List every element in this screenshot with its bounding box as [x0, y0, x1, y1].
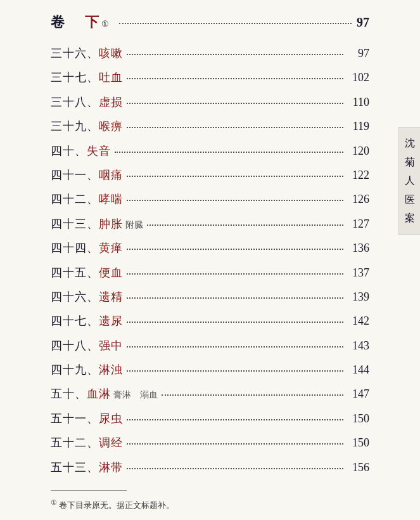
toc-title: 三十六、咳嗽: [51, 43, 123, 63]
page-container: 卷 下 ① 97 三十六、咳嗽97三十七、吐血102三十八、虚损110三十九、喉…: [0, 0, 420, 520]
header-row: 卷 下 ① 97: [51, 13, 369, 32]
toc-dots: [127, 54, 343, 55]
toc-dots: [127, 419, 343, 420]
toc-dots: [127, 78, 343, 79]
toc-dots: [127, 297, 343, 299]
toc-chapter-name: 尿虫: [99, 412, 123, 425]
toc-title: 四十二、哮喘: [51, 189, 123, 209]
toc-chapter-name: 喉痹: [99, 120, 123, 133]
toc-item: 四十二、哮喘126: [51, 189, 369, 209]
toc-item: 三十七、吐血102: [51, 67, 369, 88]
toc-num: 四十五: [51, 266, 87, 279]
toc-item: 四十三、肿胀 附臓127: [51, 214, 369, 234]
toc-chapter-name: 肿胀: [99, 218, 123, 230]
toc-num: 五十一: [51, 412, 87, 425]
toc-title: 四十九、淋浊: [51, 360, 123, 380]
toc-chapter-name: 咳嗽: [99, 47, 123, 60]
toc-num: 五十三: [51, 461, 87, 474]
toc-separator: 、: [87, 47, 99, 60]
toc-chapter-name: 便血: [99, 266, 123, 279]
toc-page: 127: [347, 214, 369, 234]
toc-item: 四十八、强中143: [51, 335, 369, 356]
toc-num: 四十二: [51, 193, 87, 205]
toc-chapter-name: 虚损: [99, 96, 123, 108]
toc-dots: [162, 394, 343, 396]
side-char: 人: [405, 172, 415, 189]
toc-page: 142: [347, 311, 369, 331]
toc-item: 五十一、尿虫150: [51, 408, 369, 429]
toc-separator: 、: [87, 96, 99, 108]
toc-separator: 、: [87, 412, 99, 425]
toc-num: 四十四: [51, 242, 87, 254]
toc-dots: [127, 322, 343, 323]
toc-separator: 、: [87, 193, 99, 205]
toc-chapter-name: 遗精: [99, 290, 123, 303]
toc-num: 四十一: [51, 169, 87, 181]
toc-separator: 、: [75, 145, 87, 157]
toc-sub: 膏淋 溺血: [113, 387, 158, 403]
toc-dots: [127, 127, 343, 128]
toc-title: 四十八、强中: [51, 335, 123, 356]
toc-num: 五十: [51, 387, 75, 400]
toc-title: 四十六、遗精: [51, 287, 123, 307]
toc-sub: 附臓: [125, 217, 143, 233]
toc-page: 120: [347, 141, 369, 161]
toc-page: 143: [347, 335, 369, 356]
toc-page: 147: [347, 384, 369, 404]
toc-page: 150: [347, 432, 369, 453]
toc-page: 150: [347, 408, 369, 429]
footnote-divider: [51, 490, 127, 491]
toc-num: 三十六: [51, 47, 87, 60]
footnote: ① 卷下目录原无。据正文标题补。: [51, 497, 369, 512]
toc-dots: [127, 103, 343, 104]
side-tab: 沈菊人医案: [398, 127, 420, 235]
toc-item: 三十六、咳嗽97: [51, 43, 369, 63]
toc-num: 三十九: [51, 120, 87, 133]
header-dots: [119, 23, 352, 24]
header-page: 97: [357, 15, 369, 30]
toc-separator: 、: [75, 387, 87, 400]
toc-title: 四十五、便血: [51, 263, 123, 283]
toc-num: 四十八: [51, 339, 87, 352]
toc-dots: [147, 224, 343, 226]
toc-title: 五十、血淋: [51, 384, 111, 404]
toc-title: 四十、失音: [51, 141, 111, 161]
toc-title: 五十一、尿虫: [51, 408, 123, 429]
toc-chapter-name: 哮喘: [99, 193, 123, 205]
header-juan: 卷: [51, 13, 66, 32]
toc-item: 三十八、虚损110: [51, 92, 369, 112]
toc-separator: 、: [87, 461, 99, 474]
toc-num: 四十六: [51, 290, 87, 303]
toc-page: 144: [347, 360, 369, 380]
toc-dots: [127, 273, 343, 275]
toc-title: 五十二、调经: [51, 432, 123, 453]
header-xia: 下: [85, 13, 99, 32]
toc-dots: [115, 152, 343, 153]
toc-page: 119: [347, 116, 369, 136]
toc-chapter-name: 遗尿: [99, 315, 123, 327]
toc-page: 137: [347, 263, 369, 283]
toc-title: 三十九、喉痹: [51, 116, 123, 136]
toc-dots: [127, 468, 343, 469]
toc-title: 五十三、淋带: [51, 457, 123, 478]
toc-item: 四十七、遗尿142: [51, 311, 369, 331]
toc-list: 三十六、咳嗽97三十七、吐血102三十八、虚损110三十九、喉痹119四十、失音…: [51, 43, 369, 478]
toc-separator: 、: [87, 363, 99, 376]
toc-chapter-name: 吐血: [99, 71, 123, 84]
toc-item: 五十、血淋 膏淋 溺血147: [51, 384, 369, 404]
toc-chapter-name: 失音: [87, 145, 111, 157]
toc-chapter-name: 淋带: [99, 461, 123, 474]
toc-page: 102: [347, 67, 369, 88]
toc-separator: 、: [87, 339, 99, 352]
toc-page: 126: [347, 189, 369, 209]
toc-item: 五十二、调经150: [51, 432, 369, 453]
header-footnote-mark: ①: [101, 19, 109, 29]
toc-separator: 、: [87, 242, 99, 254]
toc-separator: 、: [87, 266, 99, 279]
toc-item: 三十九、喉痹119: [51, 116, 369, 136]
toc-page: 110: [347, 92, 369, 112]
toc-separator: 、: [87, 315, 99, 327]
toc-dots: [127, 249, 343, 250]
toc-title: 四十七、遗尿: [51, 311, 123, 331]
toc-num: 五十二: [51, 436, 87, 449]
